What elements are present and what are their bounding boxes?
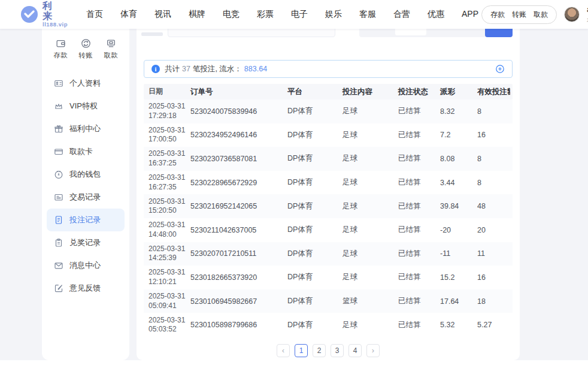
deposit-button[interactable]: 存款 (490, 10, 505, 20)
table-row: 2025-03-3117:29:18 5230240075839946 DP体育… (144, 99, 513, 123)
sidebar-item-message-center[interactable]: 消息中心 (47, 254, 125, 277)
avatar[interactable] (564, 7, 580, 22)
sidebar-item-wallet[interactable]: 我的钱包 (47, 163, 125, 186)
sidebar-item-profile[interactable]: 个人资料 (47, 72, 125, 95)
main-panel: i 共计 37 笔投注, 流水： 883.64 日期 订单号 平台 投注内容 投… (137, 29, 520, 360)
redeem-records-icon (54, 238, 63, 248)
deposit-icon (56, 38, 66, 49)
sidebar-item-label: 意见反馈 (69, 283, 101, 294)
filter-bar-cropped (137, 29, 520, 40)
quick-action-label: 转账 (79, 51, 93, 60)
nav-item-sports[interactable]: 体育 (117, 7, 140, 22)
column-header-payout: 派彩 (435, 87, 472, 97)
withdraw-button[interactable]: 取款 (534, 10, 548, 20)
nav-item-slots[interactable]: 电子 (288, 7, 311, 22)
sidebar-item-bet-records[interactable]: 投注记录 (47, 209, 125, 231)
sidebar-item-feedback[interactable]: 意见反馈 (47, 277, 125, 300)
pagination-page-1[interactable]: 1 (295, 344, 308, 357)
status-badge: 已结算 (393, 177, 435, 188)
column-header-date: 日期 (144, 87, 186, 96)
order-number: 5230211042637005 (186, 226, 283, 234)
quick-action-withdraw[interactable]: 取款 (104, 38, 118, 60)
table-row: 2025-03-3115:20:50 5230216952142065 DP体育… (144, 194, 513, 218)
sidebar-item-label: 福利中心 (69, 123, 101, 134)
search-submit-button-cropped[interactable] (485, 29, 513, 37)
status-badge: 已结算 (393, 153, 435, 164)
sidebar-item-welfare[interactable]: 福利中心 (47, 117, 125, 140)
status-badge: 已结算 (393, 320, 435, 330)
profile-icon (54, 79, 63, 88)
sidebar-item-label: 我的钱包 (69, 169, 101, 180)
brand-logo-icon (20, 5, 38, 23)
sidebar-item-label: 取款卡 (69, 146, 93, 157)
column-header-platform: 平台 (283, 87, 338, 97)
nav-item-chess[interactable]: 棋牌 (186, 7, 208, 22)
nav-item-partner[interactable]: 合营 (390, 7, 413, 22)
sidebar-item-vip[interactable]: VIP特权 (47, 95, 125, 117)
table-row: 2025-03-3112:10:21 5230182665373920 DP体育… (144, 266, 513, 289)
quick-action-label: 取款 (104, 51, 118, 60)
pagination-next-button[interactable]: › (366, 344, 380, 357)
bet-records-icon (54, 215, 63, 225)
nav-item-service[interactable]: 客服 (356, 7, 379, 22)
gift-icon (54, 124, 63, 134)
pagination-prev-button[interactable]: ‹ (277, 344, 290, 357)
status-badge: 已结算 (393, 201, 435, 212)
nav-item-promo[interactable]: 优惠 (425, 7, 447, 22)
wallet-icon (54, 170, 63, 179)
table-row: 2025-03-3117:00:50 5230234952496146 DP体育… (144, 123, 513, 147)
nav-item-home[interactable]: 首页 (83, 7, 106, 22)
column-header-status: 投注状态 (393, 87, 435, 97)
withdraw-icon (106, 38, 116, 49)
order-number: 5230105898799686 (186, 321, 283, 329)
sidebar-item-redeem-records[interactable]: 兑奖记录 (47, 231, 125, 254)
pagination-page-3[interactable]: 3 (331, 344, 344, 357)
summary-prefix: 共计 (165, 64, 180, 74)
quick-action-transfer[interactable]: 转账 (79, 38, 93, 60)
sidebar-item-label: 兑奖记录 (69, 237, 101, 248)
filter-tabs-cropped[interactable] (359, 29, 490, 37)
quick-action-deposit[interactable]: 存款 (54, 38, 68, 60)
status-badge: 已结算 (393, 106, 435, 116)
brand-logo[interactable]: 利 来 ll188.vip (20, 1, 68, 28)
sidebar-item-transactions[interactable]: 交易记录 (47, 186, 125, 209)
summary-middle: 笔投注, 流水： (193, 64, 242, 74)
feedback-icon (54, 283, 63, 293)
table-row: 2025-03-3105:03:52 5230105898799686 DP体育… (144, 313, 513, 337)
brand-name: 利 来 (43, 1, 68, 22)
status-badge: 已结算 (393, 272, 435, 282)
nav-item-esports[interactable]: 电竞 (220, 7, 243, 22)
nav-item-live[interactable]: 视讯 (151, 7, 174, 22)
pagination-page-2[interactable]: 2 (313, 344, 326, 357)
nav-item-lottery[interactable]: 彩票 (254, 7, 277, 22)
vip-crown-icon (54, 101, 63, 111)
transfer-icon (81, 38, 91, 49)
transfer-button[interactable]: 转账 (512, 10, 526, 20)
table-row: 2025-03-3116:37:25 5230230736587081 DP体育… (144, 147, 513, 171)
order-number: 5230228965672929 (186, 179, 283, 187)
sidebar-item-label: VIP特权 (69, 101, 98, 111)
bet-records-table: 日期 订单号 平台 投注内容 投注状态 派彩 有效投注額 2025-03-311… (144, 84, 513, 337)
order-number: 5230240075839946 (186, 107, 283, 116)
order-number: 5230182665373920 (186, 273, 283, 282)
order-number: 5230216952142065 (186, 202, 283, 210)
status-badge: 已结算 (393, 225, 435, 235)
sidebar-item-label: 交易记录 (69, 192, 101, 203)
quick-action-label: 存款 (54, 51, 68, 60)
table-header-row: 日期 订单号 平台 投注内容 投注状态 派彩 有效投注額 (144, 84, 513, 99)
sidebar-quick-actions: 存款 转账 取款 (42, 29, 129, 62)
main-nav: 首页 体育 视讯 棋牌 电竞 彩票 电子 娱乐 客服 合营 优惠 APP (83, 7, 481, 22)
nav-item-entertainment[interactable]: 娱乐 (322, 7, 345, 22)
filter-label-cropped (141, 32, 163, 36)
table-row: 2025-03-3105:09:41 5230106945982667 DP体育… (144, 289, 513, 313)
order-number: 5230234952496146 (186, 131, 283, 139)
sidebar-item-label: 消息中心 (69, 260, 101, 271)
pagination: ‹ 1 2 3 4 › (137, 344, 520, 357)
order-number: 5230207017210511 (186, 249, 283, 258)
expand-plus-icon[interactable] (495, 64, 505, 74)
sidebar-item-withdraw-card[interactable]: 取款卡 (47, 140, 125, 163)
status-badge: 已结算 (393, 249, 435, 259)
date-range-input-cropped[interactable] (168, 29, 335, 37)
pagination-page-4[interactable]: 4 (348, 344, 362, 357)
nav-item-app[interactable]: APP (459, 7, 481, 22)
